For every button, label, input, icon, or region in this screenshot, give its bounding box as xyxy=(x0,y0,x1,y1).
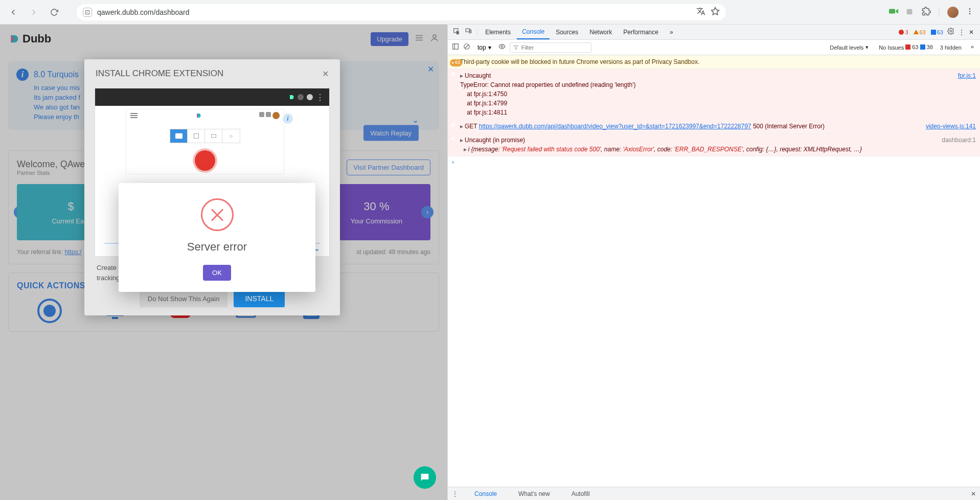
sidebar-toggle-icon[interactable] xyxy=(452,43,459,52)
source-link[interactable]: dashboard:1 xyxy=(937,135,976,154)
request-url-link[interactable]: https://qawerk.dubb.com/api/dashboard/vi… xyxy=(479,123,751,130)
svg-rect-26 xyxy=(453,44,459,50)
gear-icon[interactable] xyxy=(944,28,958,36)
bookmark-icon[interactable] xyxy=(711,7,720,18)
svg-rect-0 xyxy=(889,9,895,13)
devtools-counts[interactable]: 3 63 63 xyxy=(899,29,943,35)
svg-line-29 xyxy=(465,45,469,49)
filter-placeholder: Filter xyxy=(521,44,534,51)
kebab-icon[interactable]: ⋮ xyxy=(959,29,965,36)
inspect-icon[interactable] xyxy=(451,28,462,36)
devtools-tabs: | Elements Console Sources Network Perfo… xyxy=(448,25,980,40)
drawer-menu-icon[interactable]: ⋮ xyxy=(452,490,458,497)
ok-button[interactable]: OK xyxy=(203,265,231,281)
live-expression-icon[interactable] xyxy=(498,43,506,52)
do-not-show-button[interactable]: Do Not Show This Again xyxy=(140,290,228,307)
drawer-tab-whatsnew[interactable]: What's new xyxy=(513,487,555,500)
source-link[interactable]: video-views.js:141 xyxy=(921,122,976,131)
drawer-close-icon[interactable]: ✕ xyxy=(971,490,976,497)
source-link[interactable]: fpr.js:1 xyxy=(953,71,976,117)
translate-icon[interactable] xyxy=(696,7,705,18)
tab-sources[interactable]: Sources xyxy=(551,25,583,39)
warning-text: Third-party cookie will be blocked in fu… xyxy=(460,57,976,66)
devtools-panel: | Elements Console Sources Network Perfo… xyxy=(447,25,980,500)
chat-widget[interactable] xyxy=(414,466,436,489)
console-warning[interactable]: 63 Third-party cookie will be blocked in… xyxy=(448,55,980,69)
install-modal-title: INSTALL CHROME EXTENSION xyxy=(96,69,223,79)
svg-rect-20 xyxy=(194,134,198,139)
console-error[interactable]: ▸Uncaught (in promise) ▸i {message: 'Req… xyxy=(448,133,980,156)
drawer-tab-console[interactable]: Console xyxy=(469,487,502,500)
svg-point-3 xyxy=(969,10,971,12)
devtools-drawer: ⋮ Console What's new Autofill ✕ xyxy=(448,487,980,500)
svg-rect-21 xyxy=(211,134,216,138)
ext-icon-2[interactable] xyxy=(905,8,915,17)
svg-point-2 xyxy=(969,8,971,10)
console-toolbar: top ▾ Filter Default levels ▾ No Issues … xyxy=(448,40,980,55)
profile-avatar[interactable] xyxy=(947,7,959,18)
gear-icon[interactable] xyxy=(969,43,976,52)
svg-rect-24 xyxy=(469,30,471,33)
svg-rect-19 xyxy=(175,133,183,139)
install-button[interactable]: INSTALL xyxy=(234,290,285,307)
console-error[interactable]: ▸GET https://qawerk.dubb.com/api/dashboa… xyxy=(448,120,980,133)
camera-ext-icon[interactable] xyxy=(889,8,898,17)
console-prompt[interactable]: › xyxy=(448,156,980,168)
close-icon[interactable]: ✕ xyxy=(322,69,329,79)
console-log: 63 Third-party cookie will be blocked in… xyxy=(448,55,980,487)
page-viewport: Dubb Upgrade i8.0 Turquois In case you m… xyxy=(0,25,447,500)
svg-point-31 xyxy=(971,46,973,48)
svg-point-25 xyxy=(950,30,952,32)
tab-elements[interactable]: Elements xyxy=(480,25,516,39)
tab-console[interactable]: Console xyxy=(517,25,550,39)
error-icon xyxy=(201,198,234,231)
console-error[interactable]: ▸Uncaught TypeError: Cannot read propert… xyxy=(448,69,980,120)
chrome-menu-icon[interactable] xyxy=(966,7,974,17)
forward-button[interactable] xyxy=(27,5,41,19)
reload-button[interactable] xyxy=(47,5,61,19)
issues-count[interactable]: No Issues 63 38 xyxy=(879,44,933,51)
site-info-icon[interactable]: ⊡ xyxy=(83,8,92,17)
hidden-count[interactable]: 3 hidden xyxy=(940,44,962,51)
drawer-tab-autofill[interactable]: Autofill xyxy=(566,487,595,500)
log-levels-select[interactable]: Default levels ▾ xyxy=(827,43,872,52)
url-bar[interactable]: ⊡ qawerk.dubb.com/dashboard xyxy=(77,4,726,20)
error-title: Server error xyxy=(129,240,305,254)
context-select[interactable]: top ▾ xyxy=(474,43,494,52)
error-dialog: Server error OK xyxy=(119,183,315,292)
clear-console-icon[interactable] xyxy=(463,43,470,52)
svg-rect-1 xyxy=(907,9,913,14)
tab-performance[interactable]: Performance xyxy=(618,25,664,39)
svg-point-30 xyxy=(501,46,503,48)
browser-chrome: ⊡ qawerk.dubb.com/dashboard | xyxy=(0,0,980,25)
back-button[interactable] xyxy=(6,5,20,19)
svg-point-4 xyxy=(969,13,971,14)
url-text: qawerk.dubb.com/dashboard xyxy=(97,8,190,16)
extensions-icon[interactable] xyxy=(922,7,931,18)
tab-more[interactable]: » xyxy=(665,25,678,39)
tab-network[interactable]: Network xyxy=(584,25,617,39)
browser-toolbar-right: | xyxy=(889,7,974,18)
devtools-close-icon[interactable]: ✕ xyxy=(966,29,977,36)
filter-input[interactable]: Filter xyxy=(510,42,591,53)
device-icon[interactable] xyxy=(463,28,474,36)
